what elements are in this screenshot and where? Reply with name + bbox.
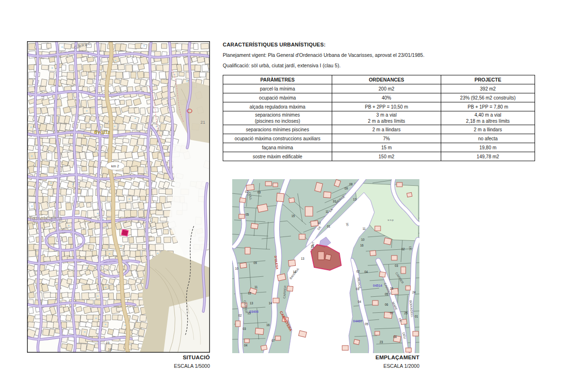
parcel-number: 08	[349, 182, 353, 186]
planning-document-page: { "header": { "title": "CARACTERÍSTIQUES…	[0, 0, 563, 392]
km-marker-label: km 2	[111, 164, 119, 168]
parcel-number: 07	[272, 339, 275, 342]
cell-ordenances: 7%	[332, 134, 441, 143]
urbanistic-parameters-table: PARÀMETRES ORDENANCES PROJECTE parcel·la…	[223, 75, 535, 161]
parcel-number: 07	[390, 311, 394, 315]
parcel-number: 08	[393, 335, 397, 338]
parcel-number: 2	[136, 319, 138, 323]
section-title: CARACTERÍSTIQUES URBANÍSTIQUES:	[223, 42, 326, 47]
cell-ordenances: 150 m2	[332, 152, 441, 161]
parcel-number: 23	[106, 341, 109, 345]
parcel-number: 03	[395, 264, 399, 267]
table-row: sostre màxim edificable 150 m2 149,78 m2	[223, 152, 535, 161]
cell-param: ocupació màxima construccions auxiliars	[223, 134, 332, 143]
subject-building	[318, 252, 324, 260]
situacio-map: C.BRUC BV-1212 km 2 21 Torreblanca 1 2 2…	[27, 41, 210, 353]
parcel-number: 10	[333, 200, 336, 203]
parcel-number: 10	[361, 238, 365, 241]
cell-ordenances: 40%	[332, 93, 441, 102]
table-row: separacions mínimes piscines 2 m a llind…	[223, 125, 535, 134]
parcel-number: 11	[363, 227, 366, 230]
parcel-number: 14	[269, 301, 272, 305]
situacio-scale: ESCALA 1/5000	[27, 363, 210, 369]
planning-status-line: Planejament vigent: Pla General d'Ordena…	[223, 52, 425, 58]
parcel-number: 24	[412, 291, 416, 294]
parcel-number: 13	[301, 257, 305, 260]
parcel-number: 05	[245, 213, 249, 216]
parcel-number: 05	[385, 292, 389, 296]
parcel-number: 16	[108, 348, 112, 351]
cell-ordenances: 15 m	[332, 143, 441, 152]
cell-param: alçada reguladora màxima	[223, 102, 332, 111]
land-use-label: s n-p	[388, 219, 393, 221]
parcel-number: 03	[257, 191, 261, 194]
parcel-number: 04	[244, 344, 248, 347]
cell-param: separacions mínimes (piscines no inclose…	[223, 111, 332, 125]
parcel-number: 25	[404, 311, 408, 315]
cell-projecte: 149,78 m2	[441, 152, 535, 161]
table-row: ocupació màxima construccions auxiliars …	[223, 134, 535, 143]
parcel-number: 12	[248, 292, 252, 295]
table-row: ocupació màxima 40% 23% (92,56 m2 constr…	[223, 93, 535, 102]
cell-param: parcel·la mínima	[223, 84, 332, 93]
parcel-number: 1	[150, 219, 152, 222]
emplacament-scale: ESCALA 1/2000	[232, 363, 419, 369]
parcel-number: 05	[365, 322, 369, 326]
cell-param: façana mínima	[223, 143, 332, 152]
parcel-number: 09	[254, 261, 257, 264]
cell-ordenances: 2 m a llindars	[332, 125, 441, 134]
situacio-caption: SITUACIÓ	[27, 355, 210, 360]
cell-projecte: 23% (92,56 m2 construïts)	[441, 93, 535, 102]
parcel-number: 04	[358, 300, 362, 303]
parcel-number: 14	[293, 270, 297, 273]
emplacament-caption: EMPLAÇAMENT	[232, 355, 419, 360]
parcel-number: 02	[356, 270, 360, 273]
cell-projecte: 19,80 m	[441, 143, 535, 152]
cell-projecte: 4,40 m a vial 2,18 m a altres límits	[441, 111, 535, 125]
cell-ordenances: 200 m2	[332, 84, 441, 93]
place-label: Torreblanca	[29, 215, 63, 222]
parcel-number: 11	[326, 210, 329, 213]
parcel-ref-code: 04514	[373, 284, 382, 287]
parcel-number: 06	[385, 303, 389, 306]
parcel-number: 26	[390, 287, 394, 290]
table-row: alçada reguladora màxima PB + 2PP = 10,5…	[223, 102, 535, 111]
cell-param: separacions mínimes piscines	[223, 125, 332, 134]
parcel-number: 13	[353, 198, 357, 201]
table-row: separacions mínimes (piscines no inclose…	[223, 111, 535, 125]
parcel-number: 23	[380, 340, 383, 344]
parcel-number: 02	[245, 190, 249, 193]
parcel-number: 15	[291, 214, 295, 218]
parcel-number: 01	[415, 315, 418, 318]
parcel-number: 16	[360, 244, 364, 247]
parcel-number: 03	[356, 287, 360, 291]
parcel-number: 03	[243, 327, 246, 330]
col-header-parametres: PARÀMETRES	[223, 75, 332, 84]
parcel-number: 16	[266, 323, 270, 327]
col-header-projecte: PROJECTE	[441, 75, 535, 84]
parcel-number: 12	[318, 221, 321, 225]
parcel-number: 01	[327, 225, 331, 228]
road-code-label: BV-1212	[94, 130, 110, 135]
cell-param: ocupació màxima	[223, 93, 332, 102]
cell-ordenances: PB + 2PP = 10,50 m	[332, 102, 441, 111]
table-row: façana mínima 15 m 19,80 m	[223, 143, 535, 152]
parcel-number: 11	[254, 285, 258, 289]
emplacament-map: s n-p COLL D'OLESA CARRER CARRETERA CARR…	[232, 179, 419, 353]
cell-param: sostre màxim edificable	[223, 152, 332, 161]
parcel-ref-code: 04497	[353, 319, 363, 323]
cell-projecte: 392 m2	[441, 84, 535, 93]
subject-parcel-marker	[121, 229, 128, 236]
parcel-number: 10	[235, 267, 239, 270]
parcel-number: 21	[200, 120, 205, 125]
parcel-number: 02	[238, 314, 242, 317]
parcel-number: 04	[364, 270, 368, 273]
cell-projecte: PB + 1PP = 7,80 m	[441, 102, 535, 111]
table-header-row: PARÀMETRES ORDENANCES PROJECTE	[223, 75, 535, 84]
cell-ordenances: 3 m a vial 2 m a altres límits	[332, 111, 441, 125]
parcel-number: 09	[345, 187, 348, 190]
cell-projecte: 2 m a llindars	[441, 125, 535, 134]
cell-projecte: no afecta	[441, 134, 535, 143]
qualification-line: Qualificació: sòl urbà, ciutat jardí, ex…	[223, 63, 341, 68]
parcel-number: 15	[247, 311, 251, 315]
